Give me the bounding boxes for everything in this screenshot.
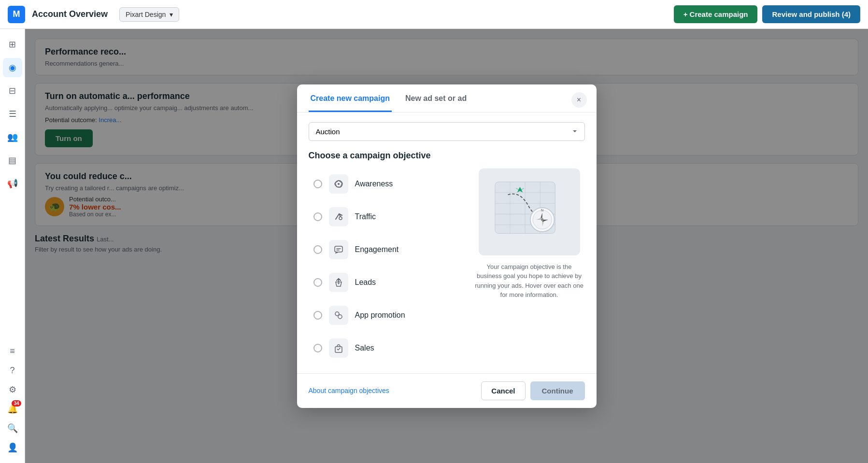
- radio-app-promotion[interactable]: [313, 311, 322, 320]
- modal-columns: Awareness Traffic: [309, 168, 585, 364]
- svg-point-18: [541, 218, 543, 221]
- objective-engagement[interactable]: Engagement: [309, 234, 464, 265]
- footer-actions: Cancel Continue: [481, 381, 584, 400]
- top-bar: M Account Overview Pixart Design ▾ + Cre…: [0, 0, 868, 29]
- radio-sales[interactable]: [313, 344, 322, 352]
- cancel-button[interactable]: Cancel: [481, 381, 525, 400]
- modal-body: Auction Reach and Frequency Choose a cam…: [297, 112, 597, 373]
- traffic-label: Traffic: [355, 212, 376, 221]
- sidebar-item-people[interactable]: 👥: [3, 127, 22, 147]
- radio-leads[interactable]: [313, 278, 322, 287]
- create-campaign-button[interactable]: + Create campaign: [674, 5, 758, 23]
- engagement-label: Engagement: [355, 245, 399, 254]
- objective-awareness[interactable]: Awareness: [309, 168, 464, 199]
- tab-new-ad-set[interactable]: New ad set or ad: [403, 94, 469, 112]
- main-content: Performance reco... Recommendations gene…: [25, 29, 868, 463]
- leads-icon: [329, 273, 348, 292]
- objective-app-promotion[interactable]: App promotion: [309, 300, 464, 331]
- sidebar-bottom: ≡ ? ⚙ 🔔 34 🔍 👤: [3, 341, 22, 457]
- objective-traffic[interactable]: Traffic: [309, 201, 464, 232]
- sidebar-item-notifications[interactable]: 🔔 34: [3, 399, 22, 419]
- sales-label: Sales: [355, 344, 374, 352]
- awareness-icon: [329, 174, 348, 194]
- preview-panel: N Your campaign objective is the busines…: [474, 168, 585, 364]
- create-campaign-modal: Create new campaign New ad set or ad × A…: [297, 84, 597, 408]
- chevron-down-icon: ▾: [170, 11, 173, 18]
- account-selector[interactable]: Pixart Design ▾: [119, 7, 179, 22]
- objective-sales[interactable]: Sales: [309, 333, 464, 364]
- sidebar-item-doc[interactable]: ☰: [3, 104, 22, 124]
- about-objectives-link[interactable]: About campaign objectives: [309, 387, 389, 394]
- preview-illustration: N: [479, 168, 580, 255]
- svg-point-6: [338, 315, 342, 319]
- sidebar-item-grid[interactable]: ⊟: [3, 81, 22, 100]
- sidebar-item-help[interactable]: ?: [3, 361, 22, 380]
- sidebar-item-megaphone[interactable]: 📢: [3, 174, 22, 193]
- traffic-icon: [329, 207, 348, 226]
- radio-traffic[interactable]: [313, 212, 322, 221]
- app-promotion-icon: [329, 306, 348, 325]
- sidebar: ⊞ ◉ ⊟ ☰ 👥 ▤ 📢 ≡ ? ⚙ 🔔 34 🔍 👤: [0, 29, 25, 463]
- sidebar-item-layers[interactable]: ▤: [3, 151, 22, 170]
- sidebar-item-menu[interactable]: ≡: [3, 341, 22, 361]
- app-promotion-label: App promotion: [355, 311, 405, 320]
- modal-header: Create new campaign New ad set or ad ×: [297, 84, 597, 112]
- account-name: Pixart Design: [126, 11, 166, 18]
- modal-footer: About campaign objectives Cancel Continu…: [297, 373, 597, 408]
- svg-point-0: [338, 183, 340, 185]
- svg-text:N: N: [541, 209, 543, 212]
- modal-close-button[interactable]: ×: [571, 92, 587, 108]
- engagement-icon: [329, 240, 348, 259]
- awareness-label: Awareness: [355, 180, 393, 188]
- meta-logo: M: [8, 6, 25, 23]
- radio-engagement[interactable]: [313, 245, 322, 254]
- sidebar-item-home[interactable]: ⊞: [3, 35, 22, 54]
- notification-badge: 34: [12, 400, 21, 407]
- objective-section-title: Choose a campaign objective: [309, 151, 585, 161]
- tab-create-campaign[interactable]: Create new campaign: [309, 94, 392, 112]
- objective-leads[interactable]: Leads: [309, 267, 464, 298]
- auction-dropdown[interactable]: Auction Reach and Frequency: [309, 122, 585, 141]
- sidebar-item-settings[interactable]: ⚙: [3, 380, 22, 399]
- sales-icon: [329, 338, 348, 358]
- sidebar-item-profile[interactable]: 👤: [3, 438, 22, 457]
- sidebar-item-search[interactable]: 🔍: [3, 419, 22, 438]
- preview-description: Your campaign objective is the business …: [474, 262, 585, 300]
- page-title: Account Overview: [32, 9, 108, 19]
- radio-awareness[interactable]: [313, 180, 322, 188]
- sidebar-item-user[interactable]: ◉: [3, 58, 22, 77]
- leads-label: Leads: [355, 278, 376, 287]
- review-publish-button[interactable]: Review and publish (4): [762, 5, 860, 23]
- continue-button[interactable]: Continue: [530, 381, 585, 400]
- objectives-list: Awareness Traffic: [309, 168, 464, 364]
- svg-rect-2: [335, 246, 342, 252]
